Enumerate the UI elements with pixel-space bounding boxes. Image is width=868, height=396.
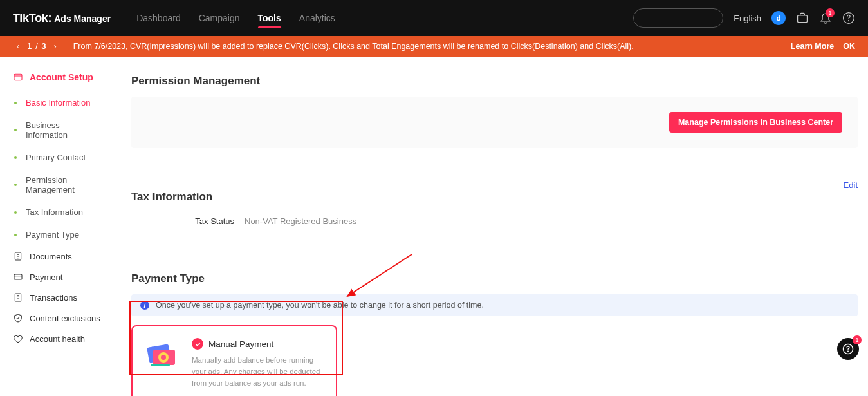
- payment-option-desc: Manually add balance before running your…: [192, 355, 324, 389]
- payment-icon: [13, 272, 23, 282]
- search-input[interactable]: [633, 8, 723, 28]
- language-selector[interactable]: English: [734, 14, 761, 23]
- announcement-bar: ‹ 1 / 3 › From 7/6/2023, CVR(Impressions…: [0, 36, 868, 57]
- announce-prev[interactable]: ‹: [13, 42, 23, 51]
- sidebar-item-tax-information[interactable]: Tax Information: [0, 201, 115, 223]
- announce-total: 3: [42, 42, 46, 51]
- svg-point-14: [848, 351, 849, 352]
- help-icon[interactable]: [842, 12, 855, 24]
- announce-ok[interactable]: OK: [843, 42, 855, 51]
- svg-rect-3: [14, 74, 22, 80]
- sidebar-documents[interactable]: Documents: [0, 246, 115, 267]
- tax-title: Tax Information: [131, 191, 858, 212]
- sidebar-payment[interactable]: Payment: [0, 267, 115, 287]
- transactions-icon: [13, 292, 23, 303]
- sidebar-content-exclusions[interactable]: Content exclusions: [0, 308, 115, 328]
- notification-badge: 1: [826, 8, 835, 17]
- info-icon: i: [140, 301, 149, 310]
- permission-title: Permission Management: [131, 75, 858, 97]
- sidebar-account-setup-label: Account Setup: [30, 72, 93, 82]
- tax-status-value: Non-VAT Registered Business: [245, 216, 356, 226]
- notifications[interactable]: 1: [819, 11, 832, 26]
- nav-analytics[interactable]: Analytics: [299, 1, 335, 35]
- help-fab[interactable]: 1: [837, 338, 859, 360]
- svg-rect-11: [151, 364, 170, 366]
- svg-rect-5: [14, 274, 22, 279]
- svg-point-10: [161, 355, 166, 360]
- payment-title: Payment Type: [131, 272, 858, 294]
- brand[interactable]: TikTok: Ads Manager: [13, 12, 111, 25]
- announce-next[interactable]: ›: [50, 42, 60, 51]
- documents-icon: [13, 251, 23, 261]
- payment-option-title: Manual Payment: [208, 339, 273, 349]
- permission-management-section: Permission Management Manage Permissions…: [131, 63, 858, 164]
- main-nav: Dashboard Campaign Tools Analytics: [136, 1, 335, 35]
- announce-sep: /: [35, 42, 37, 51]
- brand-logo: TikTok:: [13, 12, 51, 25]
- briefcase-icon[interactable]: [796, 12, 809, 24]
- nav-tools[interactable]: Tools: [258, 1, 281, 35]
- avatar[interactable]: d: [771, 11, 786, 25]
- announce-current: 1: [27, 42, 32, 51]
- nav-campaign[interactable]: Campaign: [199, 1, 240, 35]
- tax-edit-link[interactable]: Edit: [844, 180, 858, 190]
- sidebar-item-primary-contact[interactable]: Primary Contact: [0, 146, 115, 169]
- fab-badge: 1: [853, 335, 862, 344]
- svg-point-2: [849, 21, 849, 21]
- manage-permissions-button[interactable]: Manage Permissions in Business Center: [669, 112, 842, 133]
- payment-banner-text: Once you've set up a payment type, you w…: [156, 301, 484, 310]
- payment-info: Manual Payment Manually add balance befo…: [192, 338, 324, 389]
- sidebar-account-health[interactable]: Account health: [0, 328, 115, 349]
- sidebar-item-payment-type[interactable]: Payment Type: [0, 223, 115, 246]
- sidebar-account-setup[interactable]: Account Setup: [0, 68, 115, 86]
- tax-status-label: Tax Status: [163, 216, 234, 226]
- sidebar-sublist: Basic Information Business Information P…: [0, 91, 115, 246]
- account-setup-icon: [13, 72, 23, 82]
- main-content: Permission Management Manage Permissions…: [116, 57, 868, 396]
- payment-info-banner: i Once you've set up a payment type, you…: [131, 294, 858, 316]
- heart-icon: [13, 334, 23, 344]
- svg-rect-6: [15, 294, 21, 301]
- shield-icon: [13, 313, 23, 323]
- sidebar-item-basic-information[interactable]: Basic Information: [0, 91, 115, 114]
- tax-information-section: Tax Information Edit Tax Status Non-VAT …: [131, 179, 858, 245]
- sidebar-item-permission-management[interactable]: Permission Management: [0, 169, 115, 201]
- sidebar-transactions[interactable]: Transactions: [0, 287, 115, 308]
- announce-learn-more[interactable]: Learn More: [791, 42, 834, 51]
- selected-check-icon: [192, 338, 203, 350]
- manual-payment-option[interactable]: Manual Payment Manually add balance befo…: [131, 325, 337, 396]
- payment-type-section: Payment Type i Once you've set up a paym…: [131, 261, 858, 396]
- tax-status-row: Tax Status Non-VAT Registered Business: [131, 212, 858, 230]
- top-header: TikTok: Ads Manager Dashboard Campaign T…: [0, 0, 868, 36]
- announce-message: From 7/6/2023, CVR(Impressions) will be …: [73, 42, 634, 51]
- top-right-controls: English d 1: [633, 8, 855, 28]
- question-icon: [842, 343, 854, 355]
- svg-rect-0: [798, 15, 808, 23]
- brand-sub: Ads Manager: [54, 14, 111, 24]
- sidebar: Account Setup Basic Information Business…: [0, 57, 116, 396]
- sidebar-item-business-information[interactable]: Business Information: [0, 114, 115, 146]
- payment-illustration: [144, 338, 180, 374]
- permission-body: Manage Permissions in Business Center: [131, 97, 858, 148]
- nav-dashboard[interactable]: Dashboard: [136, 1, 181, 35]
